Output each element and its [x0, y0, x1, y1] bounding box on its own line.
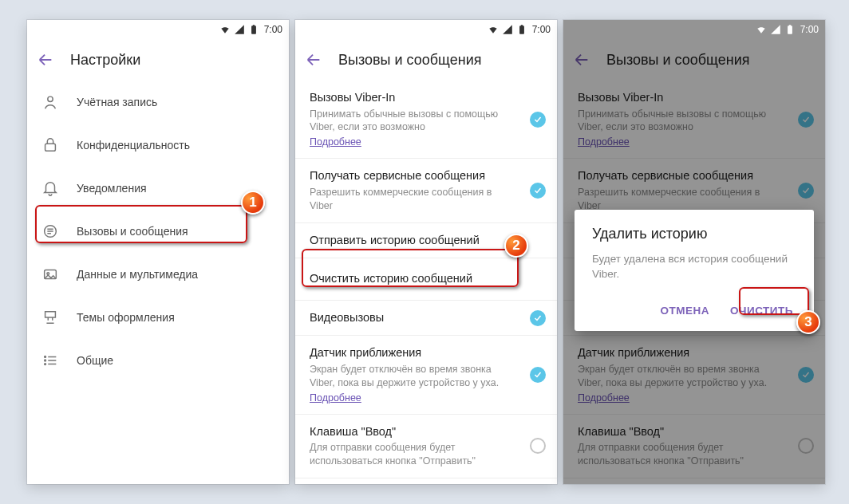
- item-video-calls[interactable]: Видеовызовы: [295, 301, 557, 337]
- checkbox-on-icon[interactable]: [530, 367, 546, 383]
- phone-dialog: 7:00 Вызовы и сообщения Вызовы Viber-In …: [563, 20, 825, 484]
- media-icon: [41, 266, 59, 283]
- settings-item-label: Конфиденциальность: [77, 139, 190, 152]
- lock-icon: [41, 136, 59, 154]
- badge-3: 3: [796, 310, 820, 334]
- dialog-body: Будет удалена вся история сообщений Vibe…: [592, 252, 796, 282]
- settings-item-account[interactable]: Учётная запись: [27, 81, 289, 124]
- phone-calls-messages: 7:00 Вызовы и сообщения Вызовы Viber-In …: [295, 20, 557, 484]
- svg-point-5: [45, 356, 46, 358]
- item-enter-key[interactable]: Клавиша "Ввод" Для отправки сообщения бу…: [295, 415, 557, 478]
- item-sub: Принимать обычные вызовы с помощью Viber…: [310, 108, 546, 135]
- clear-button[interactable]: ОЧИСТИТЬ: [727, 300, 796, 321]
- wifi-icon: [219, 24, 231, 35]
- checkbox-on-icon[interactable]: [530, 112, 546, 128]
- checkbox-on-icon[interactable]: [530, 183, 546, 199]
- app-bar: Настройки: [27, 39, 289, 81]
- bell-icon: [41, 179, 59, 197]
- item-sub: Для отправки сообщения будет использоват…: [310, 441, 546, 468]
- checkbox-on-icon[interactable]: [530, 310, 546, 326]
- wifi-icon: [488, 24, 499, 35]
- svg-rect-1: [45, 144, 56, 151]
- signal-icon: [770, 24, 781, 35]
- item-title: Вызовы Viber-In: [310, 90, 546, 106]
- clock-text: 7:00: [264, 24, 282, 35]
- status-bar: 7:00: [27, 20, 289, 39]
- item-title: Видеовызовы: [310, 310, 546, 326]
- settings-item-label: Данные и мультимедиа: [77, 268, 198, 281]
- page-title: Настройки: [70, 52, 140, 69]
- battery-icon: [516, 24, 527, 35]
- dialog-actions: ОТМЕНА ОЧИСТИТЬ: [592, 300, 796, 321]
- svg-point-7: [45, 364, 46, 365]
- more-link[interactable]: Подробнее: [310, 392, 361, 404]
- page-title: Вызовы и сообщения: [338, 52, 481, 69]
- settings-item-label: Темы оформления: [77, 311, 175, 324]
- settings-item-label: Учётная запись: [77, 96, 157, 108]
- app-bar: Вызовы и сообщения: [295, 39, 557, 81]
- settings-item-themes[interactable]: Темы оформления: [27, 296, 289, 339]
- item-title: Очистить историю сообщений: [310, 271, 546, 287]
- badge-1: 1: [241, 191, 265, 215]
- account-icon: [41, 93, 59, 111]
- battery-icon: [784, 24, 796, 35]
- signal-icon: [234, 24, 245, 35]
- svg-point-0: [48, 96, 53, 101]
- item-service-messages[interactable]: Получать сервисные сообщения Разрешить к…: [295, 159, 557, 222]
- item-proximity[interactable]: Датчик приближения Экран будет отключён …: [295, 336, 557, 414]
- dialog-title: Удалить историю: [592, 226, 796, 242]
- item-clear-history[interactable]: Очистить историю сообщений: [295, 258, 557, 301]
- settings-item-data-media[interactable]: Данные и мультимедиа: [27, 253, 289, 296]
- status-bar-overlay: 7:00: [563, 20, 825, 39]
- settings-item-label: Общие: [77, 354, 113, 367]
- phone-settings: 7:00 Настройки Учётная запись Конфиденци…: [27, 20, 289, 484]
- more-link[interactable]: Подробнее: [310, 136, 361, 148]
- list-icon: [41, 352, 59, 369]
- battery-icon: [248, 24, 259, 35]
- settings-item-privacy[interactable]: Конфиденциальность: [27, 124, 289, 167]
- back-icon[interactable]: [37, 51, 54, 69]
- checkbox-off-icon[interactable]: [530, 438, 546, 454]
- settings-item-general[interactable]: Общие: [27, 339, 289, 382]
- clock-text: 7:00: [532, 24, 551, 35]
- item-sub: Разрешить коммерческие сообщения в Viber: [310, 186, 546, 213]
- back-icon[interactable]: [305, 51, 322, 69]
- item-translate[interactable]: Перевод сообщений: [295, 478, 557, 484]
- badge-2: 2: [504, 234, 528, 258]
- settings-item-calls-messages[interactable]: Вызовы и сообщения: [27, 210, 289, 253]
- signal-icon: [502, 24, 513, 35]
- svg-point-6: [45, 360, 46, 361]
- clock-text: 7:00: [800, 24, 819, 35]
- item-sub: Экран будет отключён во время звонка Vib…: [310, 363, 546, 390]
- brush-icon: [41, 309, 59, 326]
- cancel-button[interactable]: ОТМЕНА: [657, 300, 713, 321]
- wifi-icon: [756, 24, 767, 35]
- confirm-dialog: Удалить историю Будет удалена вся истори…: [575, 210, 814, 331]
- status-bar: 7:00: [295, 20, 557, 39]
- chat-icon: [41, 222, 59, 240]
- item-viber-in[interactable]: Вызовы Viber-In Принимать обычные вызовы…: [295, 81, 557, 159]
- settings-item-label: Уведомления: [77, 182, 147, 195]
- item-title: Датчик приближения: [310, 345, 546, 361]
- item-title: Клавиша "Ввод": [310, 424, 546, 440]
- item-title: Получать сервисные сообщения: [310, 168, 546, 184]
- settings-item-label: Вызовы и сообщения: [77, 225, 188, 238]
